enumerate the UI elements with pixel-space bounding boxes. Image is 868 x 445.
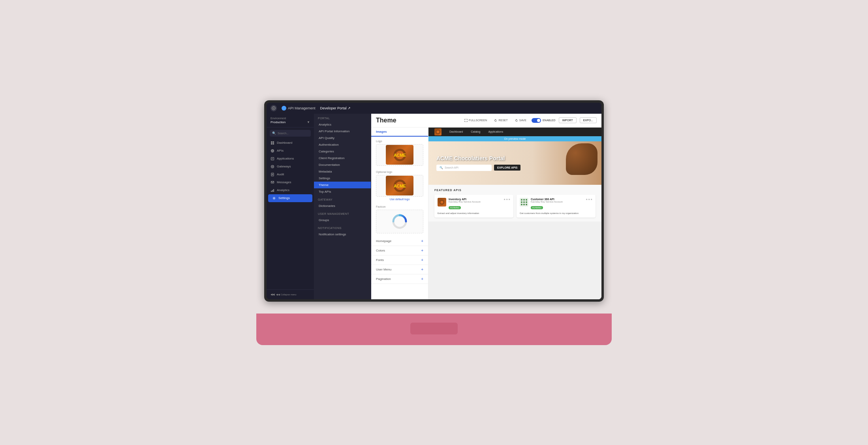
trackpad — [410, 323, 458, 334]
portal-item-client-reg[interactable]: Client Registration — [314, 155, 371, 161]
sidebar-item-messages[interactable]: Messages — [267, 178, 314, 186]
use-default-logo-link[interactable]: Use default logo — [376, 198, 423, 201]
svg-rect-2 — [271, 141, 272, 143]
fonts-option[interactable]: Fonts + — [371, 255, 428, 265]
images-tab[interactable]: Images — [371, 128, 428, 137]
sidebar-search-box[interactable]: 🔍 — [270, 130, 311, 137]
colors-option-label: Colors — [376, 249, 385, 252]
preview-search-icon: 🔍 — [440, 166, 443, 169]
favicon-upload-box[interactable] — [376, 210, 423, 233]
portal-section-title: Portal — [314, 114, 371, 121]
import-button[interactable]: IMPORT — [559, 117, 577, 123]
gateway-section-title: Gateway — [314, 195, 371, 203]
colors-option[interactable]: Colors + — [371, 246, 428, 255]
portal-sidebar: Portal Analytics API Portal Information … — [314, 114, 371, 299]
homepage-option[interactable]: Homepage + — [371, 237, 428, 246]
preview-mode-banner: On preview mode — [428, 136, 601, 141]
api-management-nav[interactable]: API Management — [282, 106, 316, 111]
favicon-label: Favicon — [376, 205, 423, 208]
sidebar-item-apis[interactable]: APIs — [267, 147, 314, 155]
notifications-section-title: Notifications — [314, 223, 371, 231]
portal-item-settings[interactable]: Settings — [314, 175, 371, 182]
inventory-api-info: Inventory API Kaonday Roy Service Accoun… — [449, 198, 501, 210]
svg-point-12 — [272, 166, 273, 167]
featured-card-inventory[interactable]: Inventory API Kaonday Roy Service Accoun… — [434, 195, 513, 218]
preview-search-box[interactable]: 🔍 Search API — [436, 165, 492, 171]
svg-rect-5 — [273, 143, 274, 145]
save-button[interactable]: SAVE — [513, 118, 528, 123]
logo-section: Logo ACME — [371, 137, 428, 169]
optional-logo-upload-box[interactable]: ACME — [376, 175, 423, 197]
collapse-menu-button[interactable]: ◀◀ ◀◀ Collapse menu — [267, 289, 314, 299]
sidebar-item-analytics[interactable]: Analytics — [267, 186, 314, 194]
main-panel: Theme FULLSCREEN — [371, 114, 601, 299]
portal-item-authentication[interactable]: Authentication — [314, 141, 371, 148]
toggle-thumb — [537, 119, 540, 122]
preview-panel: Dashboard Catalog Applications On previe… — [428, 128, 601, 299]
portal-item-api-portal-info[interactable]: API Portal Information — [314, 128, 371, 135]
preview-explore-button[interactable]: EXPLORE APIS — [494, 165, 520, 171]
search-input[interactable] — [278, 132, 308, 135]
env-value: Production — [271, 120, 286, 124]
inventory-running-badge: RUNNING — [449, 206, 461, 209]
portal-item-groups[interactable]: Groups — [314, 217, 371, 223]
portal-item-dictionaries[interactable]: Dictionaries — [314, 203, 371, 209]
svg-point-21 — [274, 197, 275, 199]
theme-body: Images Logo A — [371, 128, 601, 299]
reset-button[interactable]: RESET — [492, 118, 509, 123]
enabled-toggle[interactable]: ENABLED — [532, 118, 556, 123]
customer360-api-stars: ★★★ — [586, 198, 592, 201]
customer360-api-subtitle: Kaonday Roy Service Account — [531, 201, 583, 203]
fullscreen-label: FULLSCREEN — [469, 119, 487, 122]
portal-item-categories[interactable]: Categories — [314, 148, 371, 155]
main-sidebar: Environment Production ▼ 🔍 — [267, 114, 314, 299]
portal-item-documentation[interactable]: Documentation — [314, 161, 371, 168]
favicon-section: Favicon — [371, 204, 428, 237]
inventory-api-stars: ★★★ — [504, 198, 510, 201]
sidebar-item-dashboard[interactable]: Dashboard — [267, 139, 314, 147]
sidebar-item-gateways[interactable]: Gateways — [267, 163, 314, 171]
user-menu-expand-icon: + — [421, 267, 423, 272]
logo-image: ACME — [386, 145, 413, 165]
colors-expand-icon: + — [421, 248, 423, 253]
sidebar-item-applications[interactable]: Applications — [267, 155, 314, 163]
portal-item-notification-settings[interactable]: Notification settings — [314, 231, 371, 238]
preview-search-placeholder: Search API — [445, 166, 458, 169]
logo-upload-box[interactable]: ACME — [376, 144, 423, 166]
toggle-switch[interactable] — [532, 118, 541, 123]
optional-logo-label: Optional logo — [376, 171, 423, 173]
inventory-api-title: Inventory API — [449, 198, 501, 201]
portal-item-analytics[interactable]: Analytics — [314, 121, 371, 128]
sidebar-label-messages: Messages — [277, 180, 291, 184]
featured-card-customer360[interactable]: Customer 360 API Kaonday Roy Service Acc… — [517, 195, 596, 218]
preview-nav-logo — [434, 128, 442, 135]
sidebar-item-audit[interactable]: Audit — [267, 171, 314, 178]
environment-selector[interactable]: Environment Production ▼ — [267, 114, 314, 128]
preview-nav-applications: Applications — [488, 130, 503, 133]
fullscreen-button[interactable]: FULLSCREEN — [462, 118, 489, 123]
user-menu-option[interactable]: User Menu + — [371, 265, 428, 274]
portal-item-api-quality[interactable]: API Quality — [314, 135, 371, 141]
featured-apis-title: FEATURED APIS — [434, 189, 596, 192]
user-menu-option-label: User Menu — [376, 268, 391, 271]
reset-label: RESET — [498, 119, 507, 122]
top-bar: API Management Developer Portal ↗ — [267, 103, 601, 114]
export-button[interactable]: EXPO... — [580, 117, 597, 123]
customer360-api-info: Customer 360 API Kaonday Roy Service Acc… — [531, 198, 583, 210]
env-label: Environment — [271, 117, 310, 120]
preview-featured-section: FEATURED APIS — [428, 185, 601, 222]
svg-rect-8 — [271, 157, 274, 160]
portal-item-metadata[interactable]: Metadata — [314, 168, 371, 175]
developer-portal-nav[interactable]: Developer Portal ↗ — [320, 106, 351, 110]
customer360-api-description: Get customers from multiple systems in m… — [520, 212, 592, 214]
sidebar-item-settings[interactable]: Settings — [268, 194, 312, 202]
svg-point-32 — [441, 201, 443, 203]
sidebar-label-settings: Settings — [278, 196, 290, 200]
homepage-option-label: Homepage — [376, 239, 391, 243]
fonts-expand-icon: + — [421, 258, 423, 262]
portal-item-theme[interactable]: Theme — [314, 182, 371, 188]
pagination-option[interactable]: Pagination + — [371, 274, 428, 284]
preview-topbar: Dashboard Catalog Applications — [428, 128, 601, 136]
sidebar-label-audit: Audit — [277, 173, 284, 176]
portal-item-top-apis[interactable]: Top APIs — [314, 188, 371, 195]
